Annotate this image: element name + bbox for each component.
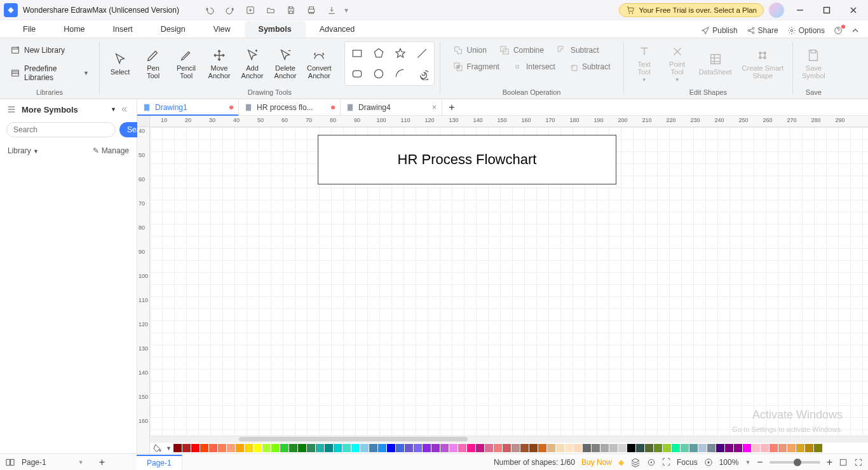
color-swatch[interactable]: [672, 444, 680, 452]
color-swatch[interactable]: [556, 444, 564, 452]
color-swatch[interactable]: [307, 444, 315, 452]
page-selector[interactable]: Page-1: [22, 458, 46, 467]
shape-rectangle[interactable]: [348, 45, 367, 62]
color-swatch[interactable]: [618, 444, 627, 452]
color-swatch[interactable]: [778, 444, 787, 452]
color-swatch[interactable]: [449, 444, 458, 452]
delete-anchor-tool[interactable]: Delete Anchor: [270, 45, 301, 82]
canvas-title-box[interactable]: HR Process Flowchart: [318, 135, 616, 184]
combine-button[interactable]: Combine: [494, 43, 549, 57]
color-swatch[interactable]: [503, 444, 511, 452]
color-swatch[interactable]: [271, 444, 280, 452]
doc-tab-drawing4[interactable]: Drawing4×: [341, 99, 442, 115]
manage-button[interactable]: ✎ Manage: [93, 146, 129, 155]
fragment-button[interactable]: Fragment: [448, 60, 505, 74]
buy-now-link[interactable]: Buy Now: [581, 458, 612, 467]
window-close[interactable]: [843, 1, 864, 19]
color-swatch[interactable]: [609, 444, 618, 452]
help-button[interactable]: [834, 26, 843, 35]
save-button[interactable]: [283, 3, 299, 18]
menu-symbols[interactable]: Symbols: [245, 21, 306, 38]
color-swatch[interactable]: [636, 444, 644, 452]
color-swatch[interactable]: [405, 444, 413, 452]
zoom-in[interactable]: +: [827, 457, 832, 468]
doc-tab-hr-process[interactable]: HR process flo...: [239, 99, 341, 115]
color-swatch[interactable]: [529, 444, 538, 452]
color-swatch[interactable]: [574, 444, 582, 452]
color-swatch[interactable]: [467, 444, 475, 452]
predefine-libraries-button[interactable]: Predefine Libraries▼: [5, 62, 94, 84]
trial-banner[interactable]: Your Free Trial is over. Select a Plan: [619, 3, 764, 17]
color-swatch[interactable]: [325, 444, 333, 452]
convert-anchor-tool[interactable]: Convert Anchor: [303, 45, 336, 82]
menu-home[interactable]: Home: [50, 21, 98, 38]
fit-page-icon[interactable]: [839, 458, 848, 467]
color-swatch[interactable]: [796, 444, 804, 452]
color-swatch[interactable]: [787, 444, 796, 452]
color-swatch[interactable]: [387, 444, 395, 452]
color-swatch[interactable]: [342, 444, 351, 452]
shape-pentagon[interactable]: [369, 45, 388, 62]
color-swatch[interactable]: [494, 444, 502, 452]
color-swatch[interactable]: [378, 444, 386, 452]
pen-tool[interactable]: Pen Tool: [138, 45, 168, 82]
color-swatch[interactable]: [654, 444, 662, 452]
add-page-button[interactable]: +: [99, 457, 105, 468]
color-swatch[interactable]: [254, 444, 262, 452]
color-swatch[interactable]: [689, 444, 698, 452]
doc-tab-drawing1[interactable]: Drawing1: [137, 99, 239, 115]
color-swatch[interactable]: [476, 444, 484, 452]
color-swatch[interactable]: [289, 444, 297, 452]
canvas[interactable]: HR Process Flowchart Activate Windows Go…: [150, 127, 868, 436]
color-swatch[interactable]: [512, 444, 520, 452]
subtract2-button[interactable]: Subtract: [563, 60, 616, 74]
layers-icon[interactable]: [630, 457, 641, 467]
color-swatch[interactable]: [396, 444, 404, 452]
shape-line[interactable]: [412, 45, 431, 62]
shape-star[interactable]: [391, 45, 410, 62]
color-swatch[interactable]: [414, 444, 422, 452]
intersect-button[interactable]: Intersect: [507, 60, 560, 74]
library-dropdown[interactable]: Library ▼: [8, 146, 39, 155]
color-swatch[interactable]: [707, 444, 715, 452]
color-swatch[interactable]: [236, 444, 244, 452]
fill-bucket-icon[interactable]: [153, 443, 163, 453]
add-anchor-tool[interactable]: Add Anchor: [237, 45, 268, 82]
color-swatch[interactable]: [298, 444, 306, 452]
window-minimize[interactable]: [789, 1, 811, 19]
color-swatch[interactable]: [565, 444, 573, 452]
zoom-out[interactable]: −: [757, 457, 763, 468]
collapse-ribbon[interactable]: [851, 27, 859, 34]
color-swatch[interactable]: [458, 444, 466, 452]
zoom-value[interactable]: 100%: [719, 458, 739, 467]
shape-rounded-rect[interactable]: [348, 65, 367, 83]
color-swatch[interactable]: [770, 444, 778, 452]
color-swatch[interactable]: [182, 444, 191, 452]
color-swatch[interactable]: [423, 444, 431, 452]
share-button[interactable]: Share: [747, 26, 778, 35]
close-tab-icon[interactable]: ×: [432, 103, 437, 112]
gem-icon[interactable]: ◆: [618, 458, 624, 467]
new-button[interactable]: [243, 3, 258, 18]
color-swatch[interactable]: [245, 444, 253, 452]
color-swatch[interactable]: [262, 444, 271, 452]
color-swatch[interactable]: [805, 444, 813, 452]
color-swatch[interactable]: [583, 444, 591, 452]
color-swatch[interactable]: [538, 444, 546, 452]
export-button[interactable]: [324, 3, 339, 18]
options-button[interactable]: Options: [787, 26, 825, 35]
color-swatch[interactable]: [761, 444, 769, 452]
search-input[interactable]: [6, 122, 116, 137]
shape-circle[interactable]: [369, 65, 388, 83]
menu-file[interactable]: File: [9, 21, 50, 38]
publish-button[interactable]: Publish: [701, 26, 737, 35]
color-swatch[interactable]: [369, 444, 377, 452]
add-tab-button[interactable]: +: [442, 99, 461, 115]
user-avatar[interactable]: [769, 3, 784, 18]
color-swatch[interactable]: [440, 444, 449, 452]
print-button[interactable]: [304, 3, 319, 18]
menu-design[interactable]: Design: [147, 21, 200, 38]
color-swatch[interactable]: [681, 444, 689, 452]
save-symbol-button[interactable]: Save Symbol: [798, 45, 829, 82]
shape-spiral[interactable]: [412, 65, 431, 83]
